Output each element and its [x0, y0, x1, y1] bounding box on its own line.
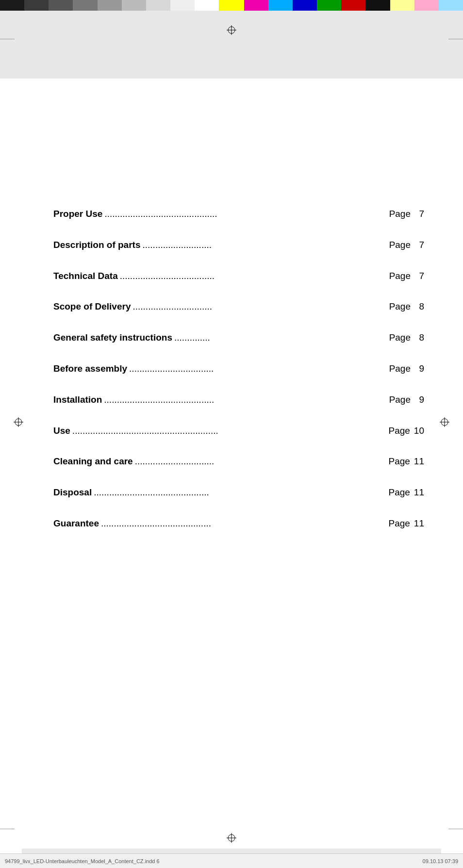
tick-mark-left-top: [0, 39, 15, 39]
top-header-band: [0, 11, 463, 79]
toc-title-guarantee: Guarantee: [53, 518, 99, 529]
toc-page-label-9: Page: [388, 456, 410, 467]
toc-dots-disposal: ........................................…: [92, 487, 388, 498]
toc-row-description: Description of parts ...................…: [53, 240, 424, 252]
swatch-mid-gray-2: [98, 0, 122, 11]
toc-dots-technical-data: .....................................: [118, 271, 389, 282]
toc-page-label-1: Page: [389, 209, 411, 220]
swatch-green: [317, 0, 341, 11]
toc-row-proper-use: Proper Use .............................…: [53, 209, 424, 221]
toc-row-safety: General safety instructions ............…: [53, 332, 424, 345]
swatch-cyan: [268, 0, 293, 11]
toc-title-safety: General safety instructions: [53, 332, 172, 344]
toc-title-proper-use: Proper Use: [53, 209, 102, 220]
swatch-light-pink: [414, 0, 439, 11]
toc-page-label-7: Page: [389, 394, 411, 406]
toc-page-num-7: 9: [414, 394, 424, 406]
toc-page-label-5: Page: [389, 332, 411, 344]
toc-dots-before-assembly: .................................: [127, 363, 389, 375]
toc-row-disposal: Disposal ...............................…: [53, 487, 424, 500]
toc-dots-guarantee: ........................................…: [99, 518, 389, 529]
toc-row-scope-of-delivery: Scope of Delivery ......................…: [53, 301, 424, 314]
toc-row-use: Use ....................................…: [53, 426, 424, 438]
registration-mark-top: [227, 25, 236, 35]
toc-row-guarantee: Guarantee ..............................…: [53, 518, 424, 531]
toc-row-technical-data: Technical Data .........................…: [53, 271, 424, 283]
swatch-light-gray-2: [146, 0, 170, 11]
tick-mark-right-top: [448, 39, 463, 39]
toc-dots-cleaning: ...............................: [133, 456, 389, 467]
toc-page-label-4: Page: [389, 301, 411, 312]
toc-dots-scope-of-delivery: ...............................: [131, 301, 389, 312]
tick-mark-right-bottom: [448, 829, 463, 829]
toc-dots-installation: ........................................…: [102, 394, 389, 406]
swatch-black: [0, 0, 24, 11]
file-info-bar: 94799_livx_LED-Unterbauleuchten_Model_A_…: [0, 853, 463, 868]
toc-page-num-6: 9: [414, 363, 424, 375]
toc-page-num-3: 7: [414, 271, 424, 282]
toc-dots-proper-use: ........................................…: [102, 209, 389, 220]
toc-title-cleaning: Cleaning and care: [53, 456, 133, 467]
swatch-light-gray-1: [122, 0, 146, 11]
file-name: 94799_livx_LED-Unterbauleuchten_Model_A_…: [5, 858, 160, 864]
toc-page-num-8: 10: [414, 426, 424, 437]
toc-title-scope-of-delivery: Scope of Delivery: [53, 301, 131, 312]
swatch-light-yellow: [390, 0, 414, 11]
toc-page-label-10: Page: [388, 487, 410, 498]
toc-page-num-10: 11: [414, 487, 424, 498]
swatch-black-2: [365, 0, 390, 11]
toc-row-before-assembly: Before assembly ........................…: [53, 363, 424, 376]
registration-mark-left: [14, 417, 23, 427]
swatch-very-light: [170, 0, 195, 11]
registration-mark-bottom: [227, 833, 236, 843]
toc-page-label-2: Page: [389, 240, 411, 251]
color-bar: [0, 0, 463, 11]
swatch-red: [341, 0, 365, 11]
file-date-time: 09.10.13 07:39: [423, 858, 458, 864]
swatch-dark-gray-2: [49, 0, 73, 11]
tick-mark-left-bottom: [0, 829, 15, 829]
swatch-dark-gray-1: [24, 0, 49, 11]
toc-page-num-2: 7: [414, 240, 424, 251]
toc-page-num-5: 8: [414, 332, 424, 344]
swatch-magenta: [244, 0, 268, 11]
toc-dots-use: ........................................…: [70, 426, 389, 437]
toc-page-label-6: Page: [389, 363, 411, 375]
swatch-yellow: [219, 0, 244, 11]
toc-dots-safety: ..............: [172, 332, 389, 344]
toc-page-num-1: 7: [414, 209, 424, 220]
toc-page-label-11: Page: [388, 518, 410, 529]
toc-page-label-8: Page: [388, 426, 410, 437]
toc-title-technical-data: Technical Data: [53, 271, 118, 282]
toc-page-num-9: 11: [414, 456, 424, 467]
toc-title-disposal: Disposal: [53, 487, 92, 498]
registration-mark-right: [440, 417, 449, 427]
toc-row-cleaning: Cleaning and care ......................…: [53, 456, 424, 469]
toc-title-before-assembly: Before assembly: [53, 363, 127, 375]
swatch-light-cyan: [439, 0, 463, 11]
toc-title-description: Description of parts: [53, 240, 140, 251]
swatch-blue: [293, 0, 317, 11]
toc-row-installation: Installation ...........................…: [53, 394, 424, 407]
toc-dots-description: ...........................: [140, 240, 389, 251]
toc-title-use: Use: [53, 426, 70, 437]
toc-page-num-11: 11: [414, 518, 424, 529]
toc-page-label-3: Page: [389, 271, 411, 282]
table-of-contents: Proper Use .............................…: [53, 209, 424, 549]
swatch-mid-gray-1: [73, 0, 97, 11]
swatch-white: [195, 0, 219, 11]
toc-title-installation: Installation: [53, 394, 102, 406]
toc-page-num-4: 8: [414, 301, 424, 312]
